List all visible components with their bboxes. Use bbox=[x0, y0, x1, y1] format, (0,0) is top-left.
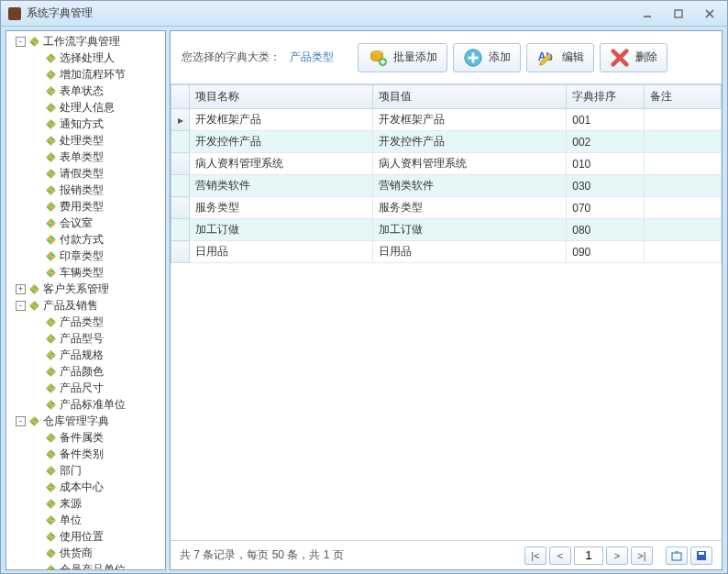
tree-leaf[interactable]: 产品规格 bbox=[6, 347, 165, 363]
maximize-button[interactable] bbox=[668, 6, 689, 21]
page-input[interactable] bbox=[574, 546, 603, 565]
column-header[interactable]: 项目名称 bbox=[190, 85, 373, 109]
titlebar: 系统字典管理 bbox=[1, 1, 727, 27]
tree-label: 会员产品单位 bbox=[60, 562, 126, 571]
tree-leaf[interactable]: 备件类别 bbox=[6, 446, 165, 462]
tree-leaf[interactable]: 增加流程环节 bbox=[6, 66, 165, 83]
export-button[interactable] bbox=[666, 546, 688, 565]
cell-remark bbox=[644, 109, 721, 131]
tree-leaf[interactable]: 通知方式 bbox=[6, 116, 165, 132]
tree-folder[interactable]: -产品及销售 bbox=[6, 297, 165, 314]
delete-button[interactable]: 删除 bbox=[600, 43, 667, 72]
tree-folder[interactable]: +客户关系管理 bbox=[6, 281, 165, 297]
app-icon bbox=[8, 7, 21, 20]
table-row[interactable]: 营销类软件营销类软件030 bbox=[171, 175, 722, 197]
tree-leaf[interactable]: 车辆类型 bbox=[6, 264, 165, 281]
tree-leaf[interactable]: 处理人信息 bbox=[6, 99, 165, 116]
tree-leaf[interactable]: 产品颜色 bbox=[6, 363, 165, 380]
tree-leaf[interactable]: 供货商 bbox=[6, 545, 165, 561]
tree-label: 备件属类 bbox=[60, 430, 104, 446]
delete-icon bbox=[610, 48, 630, 68]
table-row[interactable]: 病人资料管理系统病人资料管理系统010 bbox=[171, 153, 722, 175]
tree-leaf[interactable]: 产品标准单位 bbox=[6, 396, 165, 413]
tree-leaf[interactable]: 会议室 bbox=[6, 215, 165, 231]
tree-leaf[interactable]: 会员产品单位 bbox=[6, 561, 165, 570]
table-row[interactable]: 日用品日用品090 bbox=[171, 241, 722, 263]
tree-label: 处理类型 bbox=[60, 133, 104, 149]
save-button[interactable] bbox=[690, 546, 712, 565]
diamond-icon bbox=[45, 349, 57, 361]
table-row[interactable]: ▸开发框架产品开发框架产品001 bbox=[171, 109, 722, 131]
tree-label: 备件类别 bbox=[60, 447, 104, 462]
tree-leaf[interactable]: 产品型号 bbox=[6, 330, 165, 347]
tree-label: 通知方式 bbox=[60, 116, 104, 132]
tree-label: 请假类型 bbox=[60, 166, 104, 182]
tree-leaf[interactable]: 费用类型 bbox=[6, 198, 165, 215]
tree-leaf[interactable]: 产品尺寸 bbox=[6, 380, 165, 396]
table-row[interactable]: 加工订做加工订做080 bbox=[171, 219, 722, 241]
svg-rect-16 bbox=[699, 552, 704, 555]
expander-icon[interactable]: - bbox=[16, 416, 26, 426]
prev-page-button[interactable]: < bbox=[549, 546, 571, 565]
diamond-icon bbox=[45, 531, 57, 543]
add-icon bbox=[463, 48, 483, 68]
select-label: 您选择的字典大类： bbox=[182, 50, 281, 65]
grid[interactable]: 项目名称项目值字典排序备注▸开发框架产品开发框架产品001开发控件产品开发控件产… bbox=[171, 84, 722, 540]
expander-icon[interactable]: - bbox=[16, 37, 26, 47]
tree-leaf[interactable]: 表单类型 bbox=[6, 149, 165, 165]
diamond-icon bbox=[45, 267, 57, 279]
diamond-icon bbox=[45, 547, 57, 559]
cell-remark bbox=[644, 219, 721, 241]
column-header[interactable]: 字典排序 bbox=[567, 85, 644, 109]
table-row[interactable]: 开发控件产品开发控件产品002 bbox=[171, 131, 722, 153]
next-page-button[interactable]: > bbox=[606, 546, 628, 565]
column-header[interactable]: 备注 bbox=[644, 85, 721, 109]
tree-leaf[interactable]: 成本中心 bbox=[6, 479, 165, 495]
cell-sort: 070 bbox=[567, 197, 644, 219]
row-indicator bbox=[171, 131, 190, 153]
svg-rect-14 bbox=[672, 553, 681, 560]
expander-icon[interactable]: - bbox=[16, 301, 26, 311]
tree-pane[interactable]: -工作流字典管理选择处理人增加流程环节表单状态处理人信息通知方式处理类型表单类型… bbox=[6, 30, 166, 570]
tree-leaf[interactable]: 印章类型 bbox=[6, 248, 165, 264]
diamond-icon bbox=[45, 465, 57, 477]
close-button[interactable] bbox=[700, 6, 720, 21]
tree-leaf[interactable]: 选择处理人 bbox=[6, 50, 165, 66]
edit-button[interactable]: Ab 编辑 bbox=[526, 43, 594, 72]
tree-leaf[interactable]: 报销类型 bbox=[6, 182, 165, 198]
batch-add-label: 批量添加 bbox=[393, 50, 437, 65]
diamond-icon bbox=[45, 85, 57, 97]
column-header[interactable]: 项目值 bbox=[373, 85, 567, 109]
cell-remark bbox=[644, 175, 721, 197]
diamond-icon bbox=[45, 52, 57, 64]
cell-value: 日用品 bbox=[373, 241, 567, 263]
tree-leaf[interactable]: 付款方式 bbox=[6, 231, 165, 248]
tree-label: 选择处理人 bbox=[60, 50, 115, 66]
tree-leaf[interactable]: 备件属类 bbox=[6, 429, 165, 446]
last-page-button[interactable]: >| bbox=[631, 546, 653, 565]
tree-folder[interactable]: -工作流字典管理 bbox=[6, 33, 165, 50]
tree-leaf[interactable]: 产品类型 bbox=[6, 314, 165, 330]
minimize-button[interactable] bbox=[637, 6, 657, 21]
diamond-icon bbox=[45, 69, 57, 81]
diamond-icon bbox=[45, 217, 57, 229]
first-page-button[interactable]: |< bbox=[524, 546, 546, 565]
cell-sort: 080 bbox=[567, 219, 644, 241]
add-button[interactable]: 添加 bbox=[453, 43, 521, 72]
row-indicator bbox=[171, 241, 190, 263]
diamond-icon bbox=[45, 118, 57, 130]
tree-folder[interactable]: -仓库管理字典 bbox=[6, 413, 165, 429]
tree-leaf[interactable]: 请假类型 bbox=[6, 165, 165, 182]
tree-label: 产品类型 bbox=[60, 315, 104, 330]
tree-leaf[interactable]: 部门 bbox=[6, 462, 165, 479]
table-row[interactable]: 服务类型服务类型070 bbox=[171, 197, 722, 219]
tree-leaf[interactable]: 使用位置 bbox=[6, 528, 165, 545]
tree-leaf[interactable]: 单位 bbox=[6, 512, 165, 528]
tree-leaf[interactable]: 来源 bbox=[6, 495, 165, 512]
tree-label: 客户关系管理 bbox=[43, 281, 109, 297]
batch-add-button[interactable]: 批量添加 bbox=[358, 43, 447, 72]
diamond-icon bbox=[28, 36, 40, 48]
expander-icon[interactable]: + bbox=[16, 284, 26, 294]
tree-leaf[interactable]: 处理类型 bbox=[6, 132, 165, 149]
tree-leaf[interactable]: 表单状态 bbox=[6, 83, 165, 99]
